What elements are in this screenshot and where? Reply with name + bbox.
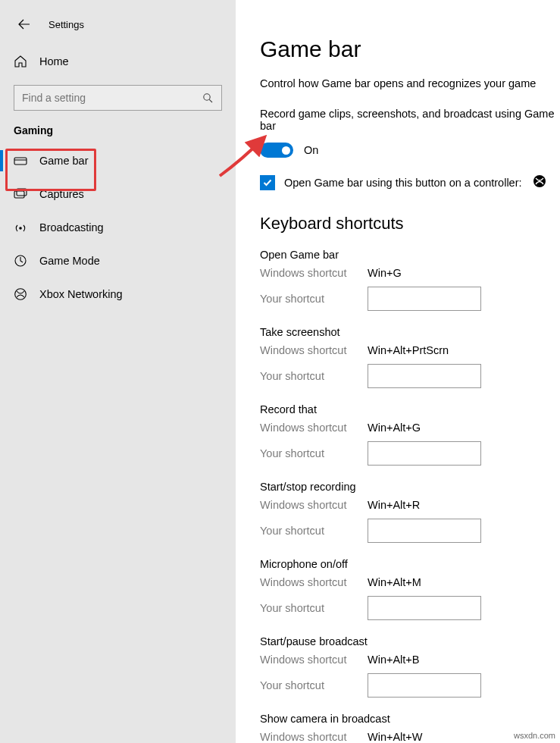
your-shortcut-row: Your shortcut [260, 673, 560, 698]
svg-point-0 [203, 93, 209, 99]
controller-checkbox[interactable] [260, 175, 275, 190]
your-shortcut-label: Your shortcut [260, 447, 368, 459]
shortcut-title: Start/stop recording [260, 481, 560, 493]
page-title: Game bar [260, 36, 560, 62]
windows-shortcut-row: Windows shortcutWin+Alt+PrtScrn [260, 344, 560, 356]
xbox-icon [533, 174, 546, 191]
sidebar: Settings Home Gaming Game bar [0, 0, 236, 743]
nav-game-mode[interactable]: Game Mode [0, 244, 236, 277]
shortcut-title: Open Game bar [260, 249, 560, 261]
shortcut-title: Record that [260, 403, 560, 415]
shortcut-title: Take screenshot [260, 326, 560, 338]
game-bar-toggle[interactable] [260, 143, 293, 158]
game-mode-icon [14, 254, 30, 268]
windows-shortcut-label: Windows shortcut [260, 422, 368, 434]
windows-shortcut-label: Windows shortcut [260, 267, 368, 279]
windows-shortcut-value: Win+Alt+R [368, 499, 420, 511]
your-shortcut-input[interactable] [368, 364, 481, 388]
toggle-label: On [304, 144, 318, 156]
search-input[interactable] [22, 92, 202, 104]
nav-xbox-networking[interactable]: Xbox Networking [0, 277, 236, 311]
watermark: wsxdn.com [514, 731, 555, 740]
checkbox-row: Open Game bar using this button on a con… [260, 174, 560, 191]
your-shortcut-input[interactable] [368, 519, 481, 543]
xbox-networking-icon [14, 287, 30, 301]
shortcut-title: Microphone on/off [260, 558, 560, 570]
nav-label: Game bar [39, 155, 88, 167]
svg-rect-4 [14, 191, 24, 198]
windows-shortcut-value: Win+Alt+M [368, 576, 421, 588]
windows-shortcut-value: Win+Alt+PrtScrn [368, 344, 449, 356]
your-shortcut-row: Your shortcut [260, 596, 560, 620]
app-title: Settings [48, 19, 84, 30]
windows-shortcut-row: Windows shortcutWin+Alt+M [260, 576, 560, 588]
home-icon [14, 55, 30, 68]
your-shortcut-label: Your shortcut [260, 679, 368, 691]
windows-shortcut-value: Win+G [368, 267, 402, 279]
svg-point-8 [15, 289, 27, 300]
search-box[interactable] [14, 85, 222, 111]
your-shortcut-input[interactable] [368, 441, 481, 466]
windows-shortcut-label: Windows shortcut [260, 576, 368, 588]
shortcut-block: Microphone on/offWindows shortcutWin+Alt… [260, 558, 560, 620]
section-title: Gaming [0, 120, 236, 144]
windows-shortcut-label: Windows shortcut [260, 344, 368, 356]
shortcut-block: Open Game barWindows shortcutWin+GYour s… [260, 249, 560, 311]
shortcuts-container: Open Game barWindows shortcutWin+GYour s… [260, 249, 560, 743]
windows-shortcut-value: Win+Alt+W [368, 731, 423, 743]
shortcut-block: Record thatWindows shortcutWin+Alt+GYour… [260, 403, 560, 466]
shortcut-title: Start/pause broadcast [260, 635, 560, 647]
nav-label: Game Mode [39, 255, 100, 267]
record-description: Record game clips, screenshots, and broa… [260, 108, 560, 132]
your-shortcut-row: Your shortcut [260, 364, 560, 388]
nav-label: Broadcasting [39, 221, 104, 234]
your-shortcut-label: Your shortcut [260, 293, 368, 305]
windows-shortcut-row: Windows shortcutWin+Alt+B [260, 654, 560, 666]
windows-shortcut-row: Windows shortcutWin+Alt+R [260, 499, 560, 511]
your-shortcut-row: Your shortcut [260, 441, 560, 466]
nav-captures[interactable]: Captures [0, 177, 236, 211]
nav-game-bar[interactable]: Game bar [0, 144, 236, 177]
main-content: Game bar Control how Game bar opens and … [236, 0, 560, 743]
header-row: Settings [0, 8, 236, 41]
svg-rect-5 [17, 189, 27, 196]
back-button[interactable] [14, 14, 35, 35]
svg-point-6 [19, 227, 22, 230]
nav-broadcasting[interactable]: Broadcasting [0, 211, 236, 244]
svg-rect-2 [14, 158, 27, 165]
your-shortcut-label: Your shortcut [260, 525, 368, 537]
windows-shortcut-label: Windows shortcut [260, 499, 368, 511]
windows-shortcut-value: Win+Alt+G [368, 422, 421, 434]
nav-label: Xbox Networking [39, 288, 123, 300]
your-shortcut-row: Your shortcut [260, 519, 560, 543]
page-description: Control how Game bar opens and recognize… [260, 77, 560, 89]
toggle-row: On [260, 143, 560, 158]
shortcut-block: Take screenshotWindows shortcutWin+Alt+P… [260, 326, 560, 388]
check-icon [262, 177, 273, 188]
arrow-left-icon [17, 17, 31, 31]
windows-shortcut-row: Windows shortcutWin+Alt+G [260, 422, 560, 434]
windows-shortcut-label: Windows shortcut [260, 731, 368, 743]
search-wrap [0, 77, 236, 120]
your-shortcut-row: Your shortcut [260, 287, 560, 311]
broadcasting-icon [14, 221, 30, 234]
windows-shortcut-row: Windows shortcutWin+G [260, 267, 560, 279]
your-shortcut-input[interactable] [368, 596, 481, 620]
nav-label: Captures [39, 188, 84, 200]
shortcut-title: Show camera in broadcast [260, 713, 560, 725]
nav-home[interactable]: Home [0, 45, 236, 77]
windows-shortcut-label: Windows shortcut [260, 654, 368, 666]
game-bar-icon [14, 155, 30, 166]
your-shortcut-input[interactable] [368, 287, 481, 311]
svg-line-1 [209, 99, 212, 102]
shortcut-block: Start/stop recordingWindows shortcutWin+… [260, 481, 560, 543]
shortcut-block: Start/pause broadcastWindows shortcutWin… [260, 635, 560, 698]
your-shortcut-input[interactable] [368, 673, 481, 698]
shortcuts-heading: Keyboard shortcuts [260, 214, 560, 234]
windows-shortcut-value: Win+Alt+B [368, 654, 420, 666]
your-shortcut-label: Your shortcut [260, 602, 368, 614]
search-icon [202, 92, 214, 104]
checkbox-label: Open Game bar using this button on a con… [284, 177, 522, 189]
your-shortcut-label: Your shortcut [260, 370, 368, 382]
captures-icon [14, 188, 30, 200]
